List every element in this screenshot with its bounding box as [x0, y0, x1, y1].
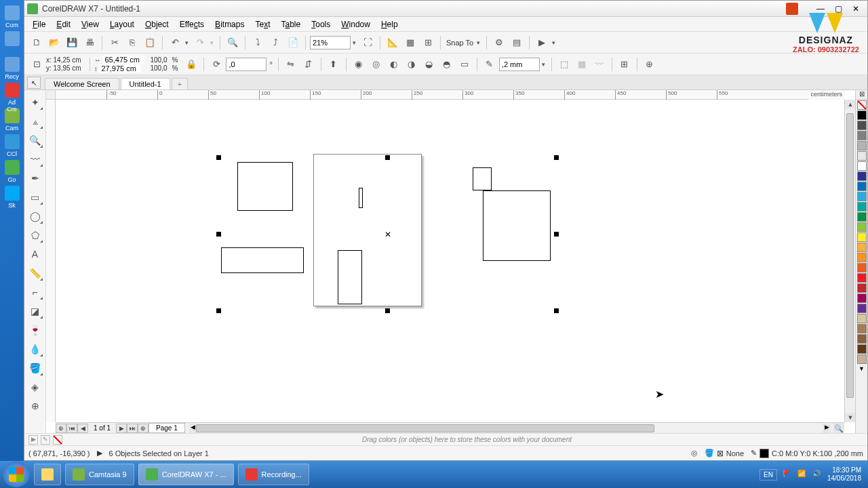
artistic-media-tool-icon[interactable]: ✒	[26, 169, 44, 187]
transparency-tool-icon[interactable]: 🍷	[26, 321, 44, 339]
tray-flag-icon[interactable]: 🚩	[783, 470, 792, 479]
color-swatch[interactable]	[857, 110, 867, 120]
group-objects-icon[interactable]: ⊞	[616, 56, 633, 73]
tab-document[interactable]: Untitled-1	[121, 78, 170, 89]
color-swatch[interactable]	[857, 283, 867, 293]
quick-customize-tool-icon[interactable]: ⊕	[26, 397, 44, 415]
rectangle-object[interactable]	[237, 162, 293, 211]
crop-tool-icon[interactable]: ⟁	[26, 113, 44, 130]
rectangle-tool-icon[interactable]: ▭	[26, 188, 44, 206]
canvas[interactable]: ✕ ➤	[56, 100, 844, 422]
first-page-icon[interactable]: ⏮	[66, 424, 77, 433]
desktop-icon[interactable]: AdCre	[2, 83, 22, 103]
menu-window[interactable]: Window	[336, 18, 376, 30]
tab-add[interactable]: +	[172, 78, 188, 89]
menu-tools[interactable]: Tools	[306, 18, 336, 30]
color-proof-icon[interactable]: ◎	[691, 449, 698, 458]
show-guidelines-icon[interactable]: ⊞	[420, 35, 436, 51]
back-minus-front-icon[interactable]: ◓	[439, 56, 455, 73]
selection-handle[interactable]	[216, 308, 221, 313]
fill-indicator[interactable]: 🪣 ⊠ None	[705, 449, 744, 458]
desktop-icon[interactable]: Com	[2, 5, 22, 26]
zoom-tool-icon[interactable]: 🔍	[26, 131, 44, 149]
polygon-tool-icon[interactable]: ⬠	[26, 226, 44, 244]
outline-pen-icon[interactable]: ✎	[481, 56, 498, 73]
redo-button[interactable]: ↷▾	[192, 35, 216, 51]
last-page-icon[interactable]: ⏭	[127, 424, 138, 433]
color-swatch[interactable]	[857, 263, 867, 272]
app-launcher-icon[interactable]: ▤	[509, 35, 525, 51]
menu-bitmaps[interactable]: Bitmaps	[210, 18, 250, 30]
desktop-icon[interactable]: Sk	[2, 186, 22, 206]
taskbar-camtasia[interactable]: Camtasia 9	[65, 464, 134, 485]
scrollbar-thumb[interactable]	[196, 424, 654, 432]
color-swatch[interactable]	[857, 232, 867, 242]
menu-view[interactable]: View	[76, 18, 104, 30]
ruler-origin[interactable]	[46, 90, 56, 100]
outline-indicator[interactable]: ✎ C:0 M:0 Y:0 K:100 ,200 mm	[751, 449, 863, 458]
wrap-text-icon[interactable]: ⬚	[556, 56, 572, 73]
publish-pdf-icon[interactable]: 📄	[285, 35, 301, 51]
prev-page-icon[interactable]: ◀	[77, 424, 88, 433]
color-swatch[interactable]	[857, 253, 867, 262]
color-swatch[interactable]	[857, 100, 867, 110]
menu-layout[interactable]: Layout	[104, 18, 140, 30]
color-swatch[interactable]	[857, 182, 867, 191]
color-swatch[interactable]	[857, 243, 867, 252]
drawing-area[interactable]: -50 0 50 100 150 200 250 300 350 400 450…	[46, 90, 855, 433]
show-grid-icon[interactable]: ▦	[402, 35, 418, 51]
tray-network-icon[interactable]: 📶	[797, 470, 807, 479]
color-swatch[interactable]	[857, 151, 867, 161]
simplify-icon[interactable]: ◑	[403, 56, 420, 73]
export-icon[interactable]: ⤴	[267, 35, 283, 51]
selection-handle[interactable]	[216, 155, 221, 160]
outline-width-input[interactable]	[499, 58, 540, 71]
drop-shadow-tool-icon[interactable]: ◪	[26, 302, 44, 320]
cut-icon[interactable]: ✂	[106, 35, 123, 51]
menu-effects[interactable]: Effects	[174, 18, 210, 30]
copy-icon[interactable]: ⎘	[124, 35, 140, 51]
pick-tool-icon[interactable]: ↖	[27, 77, 41, 89]
rectangle-object[interactable]	[221, 247, 304, 273]
options-icon[interactable]: ⚙	[491, 35, 507, 51]
intersect-icon[interactable]: ◐	[386, 56, 402, 73]
to-front-of-layer-icon[interactable]: ⬆	[326, 56, 342, 73]
no-color-icon[interactable]	[53, 435, 62, 445]
color-swatch[interactable]	[857, 131, 867, 140]
add-page-after-icon[interactable]: ⊕	[138, 424, 149, 433]
show-rulers-icon[interactable]: 📐	[384, 35, 401, 51]
desktop-icon[interactable]: Recy	[2, 57, 22, 77]
redo-icon[interactable]: ↷	[192, 35, 208, 51]
color-swatch[interactable]	[857, 141, 867, 150]
zoom-level-dropdown[interactable]: ▾	[310, 36, 358, 49]
ellipse-tool-icon[interactable]: ◯	[26, 207, 44, 225]
outline-width-dropdown[interactable]: ▾	[499, 58, 547, 71]
open-file-icon[interactable]: 📂	[46, 35, 62, 51]
color-swatch[interactable]	[857, 161, 867, 171]
paste-icon[interactable]: 📋	[142, 35, 158, 51]
scroll-down-icon[interactable]: ▼	[845, 413, 855, 422]
selection-handle[interactable]	[216, 232, 221, 237]
desktop-icon[interactable]: CCl	[2, 134, 22, 155]
language-indicator[interactable]: EN	[760, 469, 777, 481]
add-page-icon[interactable]: ⊕	[56, 424, 66, 433]
mirror-vertical-icon[interactable]: ⇵	[300, 56, 317, 73]
parallel-dimension-tool-icon[interactable]: 📏	[26, 264, 44, 282]
color-swatch[interactable]	[857, 192, 867, 201]
color-swatch[interactable]	[857, 324, 867, 333]
connector-tool-icon[interactable]: ⌐	[26, 283, 44, 301]
color-swatch[interactable]	[857, 121, 867, 130]
tab-welcome[interactable]: Welcome Screen	[45, 78, 119, 89]
print-icon[interactable]: 🖶	[81, 35, 98, 51]
vertical-scrollbar[interactable]: ▲ ▼	[844, 100, 855, 422]
color-swatch[interactable]	[857, 314, 867, 323]
color-swatch[interactable]	[857, 212, 867, 222]
color-swatch[interactable]	[857, 222, 867, 232]
search-content-icon[interactable]: 🔍	[224, 35, 241, 51]
selection-handle[interactable]	[385, 308, 390, 313]
edit-colors-icon[interactable]: ✎	[41, 435, 50, 445]
color-swatch[interactable]	[857, 293, 867, 303]
color-swatch[interactable]	[857, 344, 867, 354]
selection-handle[interactable]	[554, 232, 559, 237]
desktop-icon[interactable]: Go	[2, 160, 22, 180]
